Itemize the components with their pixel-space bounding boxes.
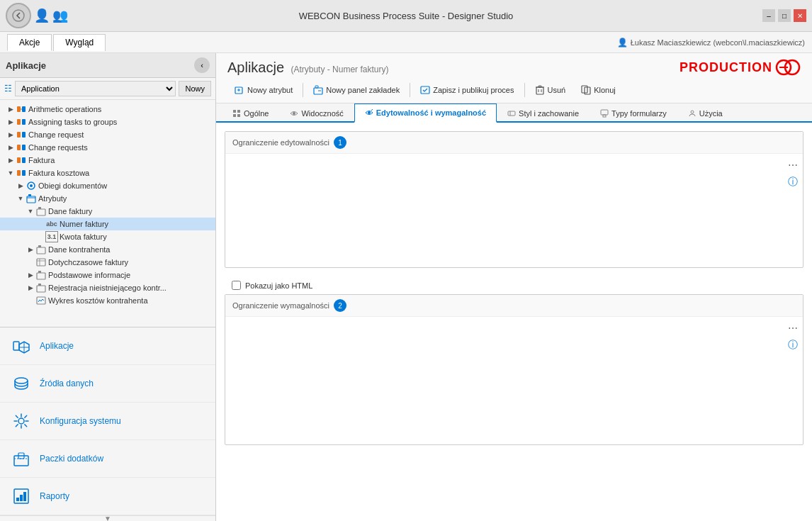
toggle-assigning[interactable]: ▶ xyxy=(6,117,16,127)
tab-widocznosc[interactable]: Widoczność xyxy=(279,103,354,123)
tab-typy[interactable]: Typy formularzy xyxy=(590,103,677,123)
widok-tab[interactable]: Wygląd xyxy=(53,34,106,51)
svg-line-64 xyxy=(371,109,373,111)
svg-rect-35 xyxy=(14,456,28,466)
nav-item-aplikacje[interactable]: Aplikacje xyxy=(0,327,215,365)
nav-label-zrodla: Źródła danych xyxy=(40,379,94,388)
akcje-tab[interactable]: Akcje xyxy=(7,34,52,51)
window-controls: – □ ✕ xyxy=(762,9,806,22)
clone-button[interactable]: Klonuj xyxy=(574,83,623,97)
nav-item-raporty[interactable]: Raporty xyxy=(0,478,215,515)
svg-rect-26 xyxy=(38,271,41,273)
delete-button[interactable]: Usuń xyxy=(528,83,573,97)
svg-rect-12 xyxy=(17,170,21,176)
tree-label-wykres: Wykres kosztów kontrahenta xyxy=(48,296,148,305)
svg-rect-22 xyxy=(37,259,45,266)
svg-point-62 xyxy=(293,112,295,115)
svg-rect-18 xyxy=(37,209,45,215)
minimize-button[interactable]: – xyxy=(762,9,775,22)
edit-restriction-info-button[interactable]: ⓘ xyxy=(786,175,800,189)
section-req-restriction-badge: 2 xyxy=(334,299,346,312)
svg-rect-53 xyxy=(538,86,541,87)
toggle-faktura-k[interactable]: ▼ xyxy=(6,168,16,178)
tree-item-dane-f[interactable]: ▼ Dane faktury xyxy=(0,205,215,218)
save-publish-button[interactable]: Zapisz i publikuj proces xyxy=(413,83,521,97)
tree-item-dane-k[interactable]: ▶ Dane kontrahenta xyxy=(0,243,215,256)
close-button[interactable]: ✕ xyxy=(794,9,806,22)
user-info: 👤 Łukasz Maciaszkiewicz (webcon\l.macias… xyxy=(617,38,805,47)
show-as-html-checkbox[interactable] xyxy=(232,281,241,290)
tree-item-dotych[interactable]: Dotychczasowe faktury xyxy=(0,256,215,269)
nav-item-zrodla[interactable]: Źródła danych xyxy=(0,365,215,403)
tree-item-arithmetic[interactable]: ▶ Arithmetic operations xyxy=(0,103,215,116)
edit-restriction-more-button[interactable]: ⋯ xyxy=(786,158,800,172)
toggle-rejestr[interactable]: ▶ xyxy=(26,283,35,293)
svg-rect-10 xyxy=(17,157,21,163)
sidebar-collapse-bottom[interactable]: ▼ xyxy=(0,515,215,521)
sidebar-tree: ▶ Arithmetic operations ▶ Assigning task… xyxy=(0,100,215,327)
svg-rect-48 xyxy=(315,86,318,88)
toggle-obiegi[interactable]: ▶ xyxy=(16,181,26,191)
new-panel-button[interactable]: Nowy panel zakładek xyxy=(306,83,407,97)
svg-rect-19 xyxy=(38,207,41,209)
user-icon[interactable]: 👤 xyxy=(34,8,50,23)
menu-tabs: Akcje Wygląd xyxy=(7,34,106,51)
sidebar-search: ☷ Application Nowy xyxy=(0,78,215,100)
nav-item-konfiguracja[interactable]: Konfiguracja systemu xyxy=(0,403,215,440)
users-icon[interactable]: 👥 xyxy=(52,8,68,23)
toggle-change-req[interactable]: ▶ xyxy=(6,130,16,140)
toggle-atrybuty[interactable]: ▼ xyxy=(16,194,26,203)
tree-label-change-req: Change request xyxy=(28,130,84,139)
tab-widocznosc-label: Widoczność xyxy=(301,109,343,118)
new-attr-button[interactable]: Nowy atrybut xyxy=(227,83,300,97)
tab-ogolne-label: Ogólne xyxy=(244,109,269,118)
back-button[interactable] xyxy=(6,3,31,28)
tree-item-kwota-f[interactable]: 3.1 Kwota faktury xyxy=(0,230,215,243)
application-select[interactable]: Application xyxy=(15,81,176,96)
svg-rect-50 xyxy=(421,86,429,94)
workflow-icon xyxy=(16,103,27,115)
tree-item-faktura[interactable]: ▶ Faktura xyxy=(0,154,215,167)
svg-rect-51 xyxy=(536,87,543,94)
toggle-change-reqs[interactable]: ▶ xyxy=(6,142,16,152)
tree-item-obiegi[interactable]: ▶ Obiegi dokumentów xyxy=(0,179,215,192)
tab-uzycia[interactable]: Użycia xyxy=(677,103,733,123)
new-button[interactable]: Nowy xyxy=(179,81,211,96)
svg-rect-38 xyxy=(16,498,19,501)
toggle-dane-k[interactable]: ▶ xyxy=(26,245,35,254)
section-req-restriction: Ograniczenie wymagalności 2 ⋯ ⓘ xyxy=(225,294,803,445)
svg-rect-28 xyxy=(38,284,41,286)
sidebar-collapse-button[interactable]: ‹ xyxy=(194,57,210,73)
req-restriction-more-button[interactable]: ⋯ xyxy=(786,321,800,335)
tree-item-wykres[interactable]: Wykres kosztów kontrahenta xyxy=(0,294,215,307)
tab-typy-label: Typy formularzy xyxy=(611,109,667,118)
tab-styl[interactable]: Styl i zachowanie xyxy=(497,103,590,123)
maximize-button[interactable]: □ xyxy=(778,9,791,22)
tree-item-podst[interactable]: ▶ Podstawowe informacje xyxy=(0,269,215,281)
svg-rect-39 xyxy=(20,495,23,501)
toggle-arithmetic[interactable]: ▶ xyxy=(6,104,16,114)
section-edit-restriction-label: Ograniczenie edytowalności xyxy=(232,138,329,147)
tabs-bar: Ogólne Widoczność Edytowalność i wymagal… xyxy=(216,103,812,123)
tree-item-atrybuty[interactable]: ▼ Atrybuty xyxy=(0,192,215,205)
tree-item-numer-f[interactable]: abc Numer faktury xyxy=(0,218,215,230)
toggle-faktura[interactable]: ▶ xyxy=(6,155,16,165)
nav-label-raporty: Raporty xyxy=(40,491,69,501)
nav-label-aplikacje: Aplikacje xyxy=(40,341,74,351)
tree-item-rejestr[interactable]: ▶ Rejestracja nieistniejącego kontr... xyxy=(0,281,215,294)
tab-ogolne[interactable]: Ogólne xyxy=(222,103,279,123)
nav-item-paczki[interactable]: Paczki dodatków xyxy=(0,440,215,478)
tab-edytowalnosc[interactable]: Edytowalność i wymagalność xyxy=(354,103,497,123)
tree-item-faktura-k[interactable]: ▼ Faktura kosztowa xyxy=(0,167,215,179)
tree-item-change-req[interactable]: ▶ Change request xyxy=(0,128,215,141)
toggle-dane-f[interactable]: ▼ xyxy=(26,206,35,216)
new-panel-label: Nowy panel zakładek xyxy=(326,86,400,94)
tab-edytowalnosc-label: Edytowalność i wymagalność xyxy=(376,108,486,117)
tree-item-assigning[interactable]: ▶ Assigning tasks to groups xyxy=(0,116,215,128)
section-req-restriction-actions: ⋯ ⓘ xyxy=(786,321,800,352)
konfiguracja-icon xyxy=(10,410,33,432)
show-as-html-label: Pokazuj jako HTML xyxy=(245,281,312,290)
req-restriction-info-button[interactable]: ⓘ xyxy=(786,338,800,352)
tree-item-change-reqs[interactable]: ▶ Change requests xyxy=(0,141,215,154)
toggle-podst[interactable]: ▶ xyxy=(26,270,35,280)
